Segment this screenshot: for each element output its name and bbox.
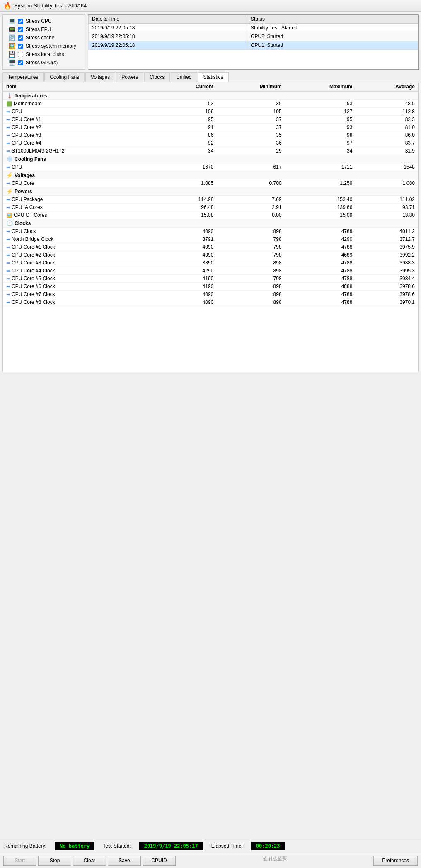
stress-fpu-label: Stress FPU bbox=[26, 27, 51, 32]
row-average: 111.02 bbox=[356, 196, 418, 204]
row-average: 3992.2 bbox=[356, 251, 418, 259]
row-label: ➡North Bridge Clock bbox=[3, 235, 158, 243]
row-minimum: 2.91 bbox=[217, 204, 285, 211]
row-minimum: 798 bbox=[217, 235, 285, 243]
row-average: 3978.6 bbox=[356, 291, 418, 298]
test-started-value: 2019/9/19 22:05:17 bbox=[139, 842, 203, 850]
table-row: ➡CPU Core #3 86 35 98 86.0 bbox=[3, 131, 418, 139]
col-minimum: Minimum bbox=[217, 82, 285, 92]
fpu-stress-icon: 📟 bbox=[8, 26, 15, 33]
table-row: ➡CPU Package 114.98 7.69 153.40 111.02 bbox=[3, 196, 418, 204]
row-minimum: 898 bbox=[217, 298, 285, 306]
stop-button[interactable]: Stop bbox=[38, 856, 71, 866]
section-header-clocks: 🕐Clocks bbox=[3, 219, 418, 228]
section-label: 🌡️Temperatures bbox=[3, 92, 418, 100]
row-label: ➡CPU Core #2 Clock bbox=[3, 251, 158, 259]
tab-unified[interactable]: Unified bbox=[171, 72, 197, 82]
row-label: 🖼️CPU GT Cores bbox=[3, 211, 158, 219]
log-status: GPU1: Started bbox=[247, 41, 418, 50]
stress-disks-checkbox[interactable] bbox=[18, 52, 23, 57]
row-maximum: 127 bbox=[285, 108, 356, 116]
row-average: 112.8 bbox=[356, 108, 418, 116]
section-header-coolingfans: ❄️Cooling Fans bbox=[3, 155, 418, 163]
tab-coolingfans[interactable]: Cooling Fans bbox=[44, 72, 85, 82]
row-maximum: 98 bbox=[285, 131, 356, 139]
row-label: ➡CPU Core #1 Clock bbox=[3, 243, 158, 251]
table-row: 🖼️CPU GT Cores 15.08 0.00 15.09 13.80 bbox=[3, 211, 418, 219]
app-icon: 🔥 bbox=[3, 2, 12, 10]
row-minimum: 29 bbox=[217, 147, 285, 155]
row-current: 4190 bbox=[158, 283, 217, 291]
row-current: 4290 bbox=[158, 267, 217, 275]
tab-powers[interactable]: Powers bbox=[116, 72, 143, 82]
stress-gpus-checkbox[interactable] bbox=[18, 60, 23, 65]
row-average: 3978.6 bbox=[356, 283, 418, 291]
table-row: ➡CPU Core #1 Clock 4090 798 4788 3975.9 bbox=[3, 243, 418, 251]
preferences-button[interactable]: Preferences bbox=[373, 856, 418, 866]
section-label: ⚡Voltages bbox=[3, 171, 418, 179]
test-started-label: Test Started: bbox=[103, 843, 131, 849]
row-minimum: 798 bbox=[217, 251, 285, 259]
start-button[interactable]: Start bbox=[3, 856, 36, 866]
row-current: 53 bbox=[158, 100, 217, 108]
stress-cache-checkbox[interactable] bbox=[18, 35, 23, 41]
elapsed-label: Elapsed Time: bbox=[211, 843, 243, 849]
log-datetime: 2019/9/19 22:05:18 bbox=[89, 32, 247, 41]
section-label: 🕐Clocks bbox=[3, 219, 418, 228]
clear-button[interactable]: Clear bbox=[73, 856, 106, 866]
tab-statistics[interactable]: Statistics bbox=[198, 72, 229, 82]
row-label: ➡CPU Package bbox=[3, 196, 158, 204]
top-section: 💻 Stress CPU 📟 Stress FPU 🔢 Stress cache… bbox=[2, 14, 419, 70]
table-row: ➡CPU Core #2 Clock 4090 798 4689 3992.2 bbox=[3, 251, 418, 259]
save-button[interactable]: Save bbox=[108, 856, 141, 866]
tabs-bar: TemperaturesCooling FansVoltagesPowersCl… bbox=[2, 72, 419, 82]
log-status: Stability Test: Started bbox=[247, 24, 418, 32]
title-bar: 🔥 System Stability Test - AIDA64 bbox=[0, 0, 421, 12]
log-panel: Date & Time Status 2019/9/19 22:05:18Sta… bbox=[88, 14, 419, 70]
row-maximum: 4888 bbox=[285, 283, 356, 291]
table-row: ➡CPU Clock 4090 898 4788 4011.2 bbox=[3, 228, 418, 235]
table-row: ➡CPU Core #4 92 36 97 83.7 bbox=[3, 139, 418, 147]
row-current: 4090 bbox=[158, 228, 217, 235]
log-header-datetime: Date & Time bbox=[89, 15, 247, 24]
row-label: ➡CPU Core #3 Clock bbox=[3, 259, 158, 267]
stress-cpu-checkbox[interactable] bbox=[18, 19, 23, 24]
row-maximum: 93 bbox=[285, 124, 356, 131]
row-label: ➡CPU Core #4 Clock bbox=[3, 267, 158, 275]
row-label: ➡CPU bbox=[3, 108, 158, 116]
table-row: ➡CPU Core 1.085 0.700 1.259 1.080 bbox=[3, 179, 418, 187]
row-minimum: 898 bbox=[217, 291, 285, 298]
gpus-stress-icon: 🖥️ bbox=[8, 59, 15, 66]
tab-clocks[interactable]: Clocks bbox=[144, 72, 170, 82]
data-table: Item Current Minimum Maximum Average 🌡️T… bbox=[3, 82, 418, 306]
tab-temperatures[interactable]: Temperatures bbox=[2, 72, 44, 82]
row-maximum: 15.09 bbox=[285, 211, 356, 219]
stress-fpu-checkbox[interactable] bbox=[18, 27, 23, 32]
stress-memory-checkbox[interactable] bbox=[18, 44, 23, 49]
col-current: Current bbox=[158, 82, 217, 92]
row-average: 13.80 bbox=[356, 211, 418, 219]
row-maximum: 4788 bbox=[285, 291, 356, 298]
row-average: 48.5 bbox=[356, 100, 418, 108]
row-minimum: 35 bbox=[217, 100, 285, 108]
row-label: ➡CPU IA Cores bbox=[3, 204, 158, 211]
row-label: ➡CPU bbox=[3, 163, 158, 171]
cpuid-button[interactable]: CPUID bbox=[143, 856, 176, 866]
row-minimum: 0.00 bbox=[217, 211, 285, 219]
table-row: ➡CPU Core #6 Clock 4190 898 4888 3978.6 bbox=[3, 283, 418, 291]
row-minimum: 798 bbox=[217, 243, 285, 251]
watermark: 值 什么值买 bbox=[263, 856, 287, 866]
row-maximum: 4788 bbox=[285, 298, 356, 306]
row-current: 91 bbox=[158, 124, 217, 131]
stress-panel: 💻 Stress CPU 📟 Stress FPU 🔢 Stress cache… bbox=[2, 14, 85, 70]
row-label: ➡CPU Core #4 bbox=[3, 139, 158, 147]
tab-voltages[interactable]: Voltages bbox=[85, 72, 115, 82]
row-minimum: 105 bbox=[217, 108, 285, 116]
table-row: ➡North Bridge Clock 3791 798 4290 3712.7 bbox=[3, 235, 418, 243]
log-datetime: 2019/9/19 22:05:18 bbox=[89, 24, 247, 32]
row-average: 82.3 bbox=[356, 116, 418, 124]
table-row: ➡ST1000LM049-2GH172 34 29 34 31.9 bbox=[3, 147, 418, 155]
row-current: 1670 bbox=[158, 163, 217, 171]
stress-gpus-label: Stress GPU(s) bbox=[26, 60, 58, 65]
stress-disks-label: Stress local disks bbox=[26, 51, 64, 57]
